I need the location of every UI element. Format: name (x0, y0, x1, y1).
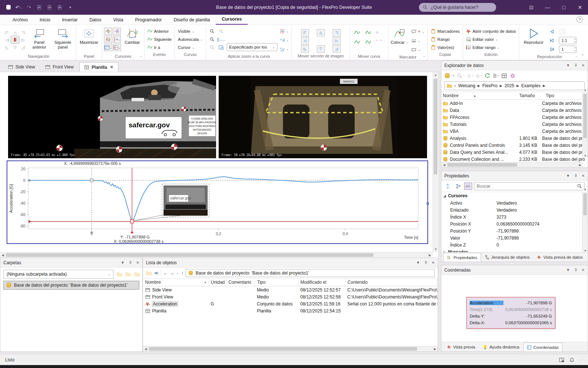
notifications-bell-icon[interactable] (569, 357, 574, 362)
property-row[interactable]: Índice X3273 (441, 213, 588, 220)
folder-up-icon[interactable] (146, 270, 152, 276)
nav-down-icon[interactable]: ▽ (12, 45, 18, 50)
back-icon[interactable]: ← (164, 270, 168, 276)
qat-customize-icon[interactable]: ▾ (67, 4, 74, 11)
panel-menu-icon[interactable]: ▼ (566, 268, 570, 272)
tab-jerarquia[interactable]: Jerarquía de objetos (482, 253, 533, 262)
hscroll-thumb[interactable] (447, 163, 517, 167)
cursor-add-icon[interactable]: ⌄ (113, 36, 121, 43)
project-database-item[interactable]: Base de datos del proyecto: 'Base de dat… (3, 281, 139, 290)
tab-coordenadas[interactable]: Coordenadas (523, 343, 562, 351)
marker-delete-icon[interactable]: ✕⌄ (410, 28, 426, 36)
curvas-autoescala-button[interactable]: Autoescala⌄ (176, 35, 204, 43)
explorer-column-headers[interactable]: Nombre▲ Tamaño Tipo (441, 92, 588, 100)
pin-icon[interactable] (574, 174, 578, 178)
copiar-valores-button[interactable]: Valor(es) (429, 43, 461, 52)
editar-rango-button[interactable]: 12Editar rango⌄ (465, 43, 517, 52)
cursores-dialog-launcher[interactable]: ⌐ (139, 54, 143, 59)
nav-up-left-icon[interactable]: ◸ (4, 30, 10, 35)
nav-pause-button[interactable] (11, 36, 19, 44)
collapse-ribbon-icon[interactable]: ⌃ (581, 54, 584, 58)
maximize-button[interactable]: □ (556, 0, 572, 15)
zoom-range-icon[interactable]: []↔⌄ (217, 38, 225, 42)
play-backward-icon[interactable] (549, 29, 555, 34)
database-options-icon[interactable] (444, 73, 450, 79)
vscroll-thumb[interactable] (583, 193, 587, 215)
object-row-side-view[interactable]: Side View Medio08/12/2025 12:52:57C:\Use… (143, 286, 438, 294)
go-to-end-icon[interactable] (549, 47, 555, 52)
property-row[interactable]: Posición X0,0636500000000274 (441, 220, 588, 227)
section-cursores[interactable]: ◢Cursores (441, 192, 588, 199)
close-panel-icon[interactable]: ✕ (582, 174, 585, 178)
move-section-up-button[interactable]: △ (317, 29, 325, 36)
editar-valor-button[interactable]: 12Editar valor⌄ (465, 35, 517, 43)
property-row[interactable]: Posición Y-71,907898 (441, 227, 588, 234)
close-panel-icon[interactable]: ✕ (582, 268, 585, 272)
panel-layout-icon[interactable] (559, 357, 564, 362)
zoom-time-icon[interactable] (219, 45, 224, 50)
close-panel-icon[interactable]: ✕ (136, 261, 139, 265)
curvas-cursor-button[interactable]: Cursor⌄ (176, 43, 204, 52)
doc-tab-planilla[interactable]: Planilla✕ (79, 62, 118, 72)
tab-programador[interactable]: Programador (129, 15, 168, 25)
help-button[interactable]: ? (576, 16, 583, 23)
document-vscrollbar[interactable]: ▲▼ (433, 72, 438, 252)
file-row[interactable]: VBACarpeta de archivos (441, 128, 588, 135)
file-row[interactable]: Analysis1.801 KBBase de datos del pro (441, 135, 588, 142)
front-view-video-frame[interactable]: MA0202 Frame: 58 ►T0 26=64.00 ms ►905 fp… (219, 76, 427, 158)
file-row[interactable]: FPAccessCarpeta de archivos (441, 114, 588, 121)
copiar-marcadores-button[interactable]: Marcadores (429, 27, 461, 35)
move-curve-right-icon[interactable] (365, 39, 371, 45)
hscroll-thumb[interactable] (149, 347, 417, 351)
selection-handle[interactable] (427, 202, 429, 205)
file-row[interactable]: TutorialsCarpeta de archivos (441, 121, 588, 128)
tab-insertar[interactable]: Insertar (56, 15, 83, 25)
panel-menu-icon[interactable]: ▼ (121, 261, 125, 265)
close-button[interactable]: ✕ (572, 0, 588, 15)
nav-forward-icon[interactable]: ⊕▾ (476, 73, 481, 79)
file-row[interactable]: Add-InCarpeta de archivos (441, 100, 588, 107)
cambiar-button[interactable]: Cambiar (122, 26, 143, 45)
cursor-table-icon[interactable]: x⌄ (104, 44, 112, 51)
search-input[interactable] (431, 5, 490, 10)
siguiente-panel-button[interactable]: Siguiente panel (51, 26, 74, 50)
vscroll-thumb[interactable] (583, 94, 587, 138)
repeat-count-spinner[interactable]: 1▴▾ (559, 46, 577, 53)
marker-label-icon[interactable]: ab⌄ (410, 37, 426, 45)
cursor-style-1-icon[interactable] (104, 28, 112, 35)
go-to-start-icon[interactable] (549, 38, 555, 43)
settings-gear-icon[interactable] (510, 73, 516, 79)
view-mode-icon[interactable]: ☰ (493, 73, 497, 78)
marker-move-icon[interactable]: ↔ (410, 46, 426, 54)
chart-canvas[interactable]: 200-20-40-60-8000,20,4safercar.govX: -4,… (7, 161, 427, 243)
tab-archivo[interactable]: Archivo (7, 15, 34, 25)
vscroll-thumb[interactable] (434, 79, 437, 174)
explorer-vscrollbar[interactable]: ▲▼ (582, 92, 588, 158)
zoom-out-cursor-icon[interactable] (219, 29, 224, 34)
tab-datos[interactable]: Datos (83, 15, 107, 25)
move-curve-free-icon[interactable]: ✥ ⌄ (376, 30, 386, 35)
nav-back-icon[interactable]: ⊖▾ (467, 73, 473, 79)
property-row[interactable]: Índice Z0 (441, 241, 588, 248)
property-row[interactable]: EnlazadoVerdadero (441, 206, 588, 213)
move-curve-left-icon[interactable] (354, 30, 360, 36)
refresh-icon[interactable] (484, 73, 490, 79)
resize-grip-icon[interactable]: ⋰ (580, 358, 583, 362)
tab-vista-previa[interactable]: Vista previa (444, 343, 478, 351)
move-section-left-button[interactable]: ◁ (301, 37, 309, 45)
stop-icon[interactable] (559, 29, 565, 34)
object-table-header-row[interactable]: Nombre▾ Unidad Comentario Tipo Modificad… (143, 279, 438, 286)
tell-me-search[interactable] (419, 3, 496, 12)
properties-search-input[interactable] (477, 184, 577, 189)
move-curve-up-icon[interactable] (365, 30, 371, 36)
zoom-mode-combo[interactable]: Especificado por los⌄ (227, 43, 277, 51)
collapse-all-icon[interactable]: ≪ (154, 270, 159, 276)
zoom-move-section-icon[interactable]: ⌄ (278, 27, 290, 35)
properties-search[interactable] (474, 182, 585, 190)
move-curve-horizontal-icon[interactable]: ⇤⇥ ⌄ (376, 38, 386, 43)
nav-up-icon[interactable]: △ (12, 30, 18, 35)
tab-diseno-de-planilla[interactable]: Diseño de planilla (168, 15, 216, 25)
reproduccion-dialog-launcher[interactable]: ⌐ (574, 54, 579, 59)
move-section-down-right-button[interactable]: ◿ (333, 45, 341, 53)
abrir-conjunto-button[interactable]: Abrir conjunto de datos (465, 27, 517, 35)
